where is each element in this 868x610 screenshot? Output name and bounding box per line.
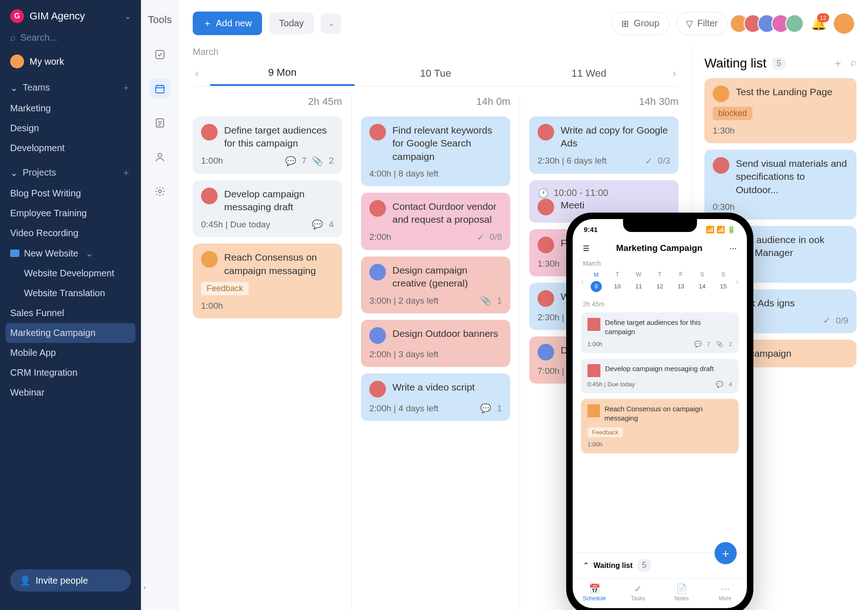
search-waiting-button[interactable]: ⌕ <box>850 56 856 70</box>
project-item[interactable]: Employee Training <box>0 203 141 223</box>
task-card[interactable]: Find relevant keywords for Google Search… <box>361 116 510 186</box>
projects-label: Projects <box>23 167 56 178</box>
phone-add-button[interactable]: ＋ <box>715 542 737 564</box>
task-card[interactable]: Define target audiences for this campaig… <box>193 116 342 174</box>
phone-day[interactable]: S15 <box>713 271 734 292</box>
checklist-count: 0/8 <box>490 232 502 242</box>
add-new-button[interactable]: ＋Add new <box>193 12 262 35</box>
task-card[interactable]: Contact Ourdoor vendor and request a pro… <box>361 193 510 250</box>
assignee-avatar <box>201 251 218 268</box>
task-title: Meeti <box>561 199 584 212</box>
phone-next-button[interactable]: › <box>734 277 740 287</box>
team-item[interactable]: Marketing <box>0 98 141 118</box>
project-item[interactable]: Video Recording <box>0 223 141 243</box>
task-card[interactable]: Send visual materials and specifications… <box>704 150 856 220</box>
project-item[interactable]: Sales Funnel <box>0 303 141 323</box>
assignee-avatar <box>538 124 554 140</box>
filter-button[interactable]: ▽Filter <box>676 12 727 35</box>
prev-week-button[interactable]: ‹ <box>193 67 201 80</box>
comment-icon: 💬 <box>716 381 723 388</box>
teams-header[interactable]: ⌄ Teams ＋ <box>0 73 141 98</box>
search-input[interactable]: ⌕ Search... <box>0 32 141 50</box>
projects-header[interactable]: ⌄ Projects ＋ <box>0 158 141 183</box>
phone-day[interactable]: T10 <box>607 271 628 292</box>
task-meta: 2:00h | 3 days left <box>369 349 439 360</box>
project-subitem[interactable]: Website Translation <box>0 283 141 303</box>
tool-strip: Tools <box>141 0 179 610</box>
chevron-down-icon[interactable]: ⌄ <box>125 12 131 21</box>
month-label: March <box>193 47 679 57</box>
task-card[interactable]: Design campaign creative (general)3:00h … <box>361 256 510 314</box>
task-card[interactable]: Define target audiences for this campaig… <box>581 312 739 353</box>
phone-tab[interactable]: ⋯More <box>703 583 747 602</box>
notes-tool[interactable] <box>150 113 170 133</box>
phone-tab[interactable]: 📅Schedule <box>573 583 616 602</box>
add-waiting-button[interactable]: ＋ <box>833 56 843 70</box>
project-item[interactable]: Webinar <box>0 383 141 403</box>
team-avatars[interactable] <box>734 14 804 33</box>
day-header-wed[interactable]: 11 Wed <box>517 62 661 85</box>
add-project-button[interactable]: ＋ <box>122 166 131 179</box>
my-work[interactable]: My work <box>0 50 141 73</box>
attachment-icon: 📎 <box>480 295 491 306</box>
checklist-icon: ✓ <box>645 156 653 166</box>
agency-name[interactable]: GIM Agency <box>30 10 119 22</box>
chevron-down-icon: ⌄ <box>10 82 18 93</box>
task-title: Develop campaign messaging draft <box>224 188 334 214</box>
settings-tool[interactable] <box>150 181 170 201</box>
task-card[interactable]: Test the Landing Pageblocked1:30h <box>704 78 856 143</box>
phone-day[interactable]: M9 <box>586 271 607 292</box>
people-tool[interactable] <box>150 147 170 167</box>
checklist-icon: ✓ <box>823 315 831 326</box>
team-item[interactable]: Design <box>0 118 141 138</box>
project-item[interactable]: Mobile App <box>0 343 141 363</box>
task-card[interactable]: Write a video script2:00h | 4 days left💬… <box>361 373 510 421</box>
more-icon[interactable]: ⋯ <box>729 244 737 253</box>
project-folder[interactable]: New Website⌄ <box>0 243 141 263</box>
project-item[interactable]: CRM Integration <box>0 363 141 383</box>
add-team-button[interactable]: ＋ <box>122 81 131 94</box>
task-card[interactable]: Design Outdoor banners2:00h | 3 days lef… <box>361 320 510 367</box>
project-subitem[interactable]: Website Development <box>0 263 141 283</box>
phone-day[interactable]: F13 <box>670 271 691 292</box>
phone-day[interactable]: T12 <box>649 271 671 292</box>
task-title: Develop campaign messaging draft <box>605 364 714 373</box>
task-title: Contact Ourdoor vendor and request a pro… <box>392 200 502 226</box>
notifications-button[interactable]: 🔔12 <box>811 16 827 31</box>
waiting-count: 5 <box>772 57 786 70</box>
next-week-button[interactable]: › <box>670 67 679 80</box>
phone-mockup: 9:41📶 📶 🔋 ☰ Marketing Campaign ⋯ March ‹… <box>566 213 753 610</box>
project-item[interactable]: Marketing Campaign <box>6 323 135 343</box>
attachment-icon: 📎 <box>312 156 323 166</box>
project-item[interactable]: Blog Post Writing <box>0 183 141 203</box>
phone-tab[interactable]: 📄Notes <box>660 583 703 602</box>
profile-avatar[interactable] <box>834 13 854 34</box>
date-dropdown[interactable]: ⌄ <box>321 13 341 34</box>
phone-tab[interactable]: ✓Tasks <box>616 583 660 602</box>
phone-prev-button[interactable]: ‹ <box>579 277 586 287</box>
group-button[interactable]: ⊞Group <box>611 12 669 35</box>
task-card[interactable]: Reach Consensus on campaign messagingFee… <box>193 244 342 318</box>
person-plus-icon: 👤 <box>19 575 31 586</box>
assignee-avatar <box>538 290 554 307</box>
today-button[interactable]: Today <box>269 12 314 34</box>
task-meta: 2:00h | 4 days left <box>369 403 439 414</box>
comment-icon: 💬 <box>694 341 702 348</box>
task-card[interactable]: Reach Consensus on campaign messagingFee… <box>581 399 739 454</box>
invite-button[interactable]: 👤 Invite people <box>10 569 131 592</box>
notch <box>623 219 697 232</box>
checkbox-tool[interactable] <box>150 44 170 65</box>
task-card[interactable]: Develop campaign messaging draft0:45h | … <box>581 359 739 393</box>
task-meta: 0:30h <box>713 202 735 212</box>
task-card[interactable]: Develop campaign messaging draft0:45h | … <box>193 180 342 238</box>
calendar-tool[interactable] <box>150 79 170 99</box>
day-header-mon[interactable]: 9 Mon <box>210 61 355 86</box>
menu-icon[interactable]: ☰ <box>583 244 589 253</box>
filter-icon: ▽ <box>686 18 693 29</box>
team-item[interactable]: Development <box>0 138 141 158</box>
task-card[interactable]: Write ad copy for Google Ads2:30h | 6 da… <box>529 116 679 174</box>
day-header-tue[interactable]: 10 Tue <box>364 62 508 85</box>
phone-day[interactable]: S14 <box>691 271 713 292</box>
collapse-sidebar-button[interactable]: › <box>143 583 146 592</box>
phone-day[interactable]: W11 <box>628 271 649 292</box>
